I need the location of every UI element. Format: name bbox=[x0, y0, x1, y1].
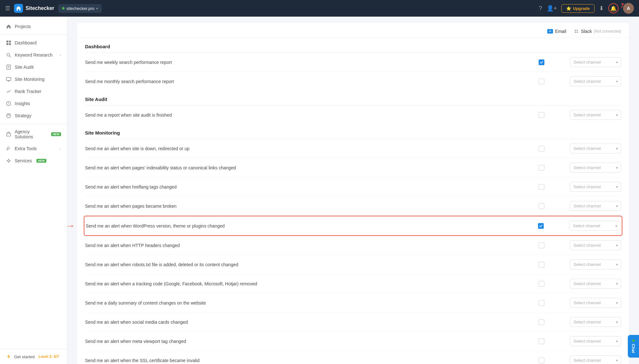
notif-row-monthly: Send me monthly search performance repor… bbox=[85, 72, 621, 91]
svg-rect-22 bbox=[575, 32, 576, 33]
highlighted-row-wrapper: → Send me an alert when WordPress versio… bbox=[85, 216, 621, 236]
upgrade-button[interactable]: ⭐ Upgrade bbox=[561, 4, 595, 13]
services-icon bbox=[6, 158, 12, 164]
notif-label: Send me weekly search performance report bbox=[85, 60, 539, 65]
slack-channel-select-ssl[interactable]: Select channel bbox=[570, 355, 621, 364]
sidebar-item-projects[interactable]: Projects bbox=[0, 20, 67, 33]
sidebar-item-agency-solutions[interactable]: Agency Solutions NEW bbox=[0, 126, 67, 143]
slack-select-http[interactable]: Select channel bbox=[570, 240, 621, 250]
notif-label: Send me an alert when robots.txt file is… bbox=[85, 262, 539, 267]
slack-select-site-audit[interactable]: Select channel bbox=[570, 110, 621, 120]
slack-select-weekly[interactable]: Select channel bbox=[570, 57, 621, 67]
email-checkbox-site-audit[interactable] bbox=[539, 112, 544, 118]
email-checkbox-monthly[interactable] bbox=[539, 79, 544, 84]
hamburger-icon[interactable]: ☰ bbox=[5, 5, 10, 12]
sidebar-item-rank-tracker[interactable]: Rank Tracker bbox=[0, 85, 67, 97]
slack-channel-select-broken[interactable]: Select channel bbox=[570, 201, 621, 211]
email-checkbox-meta-viewport[interactable] bbox=[539, 338, 544, 344]
sidebar-item-extra-tools[interactable]: Extra Tools › bbox=[0, 143, 67, 155]
email-checkbox-broken-pages[interactable] bbox=[539, 203, 544, 209]
svg-rect-1 bbox=[6, 41, 8, 43]
email-checkbox-wordpress[interactable] bbox=[538, 223, 544, 229]
sidebar-item-site-audit[interactable]: Site Audit bbox=[0, 61, 67, 73]
email-checkbox-daily[interactable] bbox=[539, 300, 544, 306]
email-checkbox-site-down[interactable] bbox=[539, 146, 544, 151]
email-checkbox-weekly[interactable] bbox=[539, 59, 544, 65]
sidebar-item-label: Extra Tools bbox=[15, 146, 37, 151]
svg-rect-18 bbox=[7, 133, 11, 136]
chevron-right-icon-tools: › bbox=[60, 147, 61, 151]
slack-select-wordpress[interactable]: Select channel bbox=[569, 221, 620, 231]
sidebar-nav: Projects Dashboard Keyword Research › bbox=[0, 17, 67, 349]
settings-panel: ✉ Email Slack (Not bbox=[77, 23, 629, 364]
slack-select-daily[interactable]: Select channel bbox=[570, 298, 621, 308]
main-content: ✉ Email Slack (Not bbox=[67, 17, 639, 364]
sidebar-item-site-monitoring[interactable]: Site Monitoring bbox=[0, 73, 67, 85]
help-icon[interactable]: ? bbox=[539, 5, 542, 12]
sidebar-item-keyword-research[interactable]: Keyword Research › bbox=[0, 49, 67, 61]
slack-channel-select-robots[interactable]: Select channel bbox=[570, 259, 621, 269]
chat-online-dot bbox=[632, 339, 635, 342]
slack-channel-select-site-audit[interactable]: Select channel bbox=[570, 110, 621, 120]
sidebar-item-strategy[interactable]: Strategy bbox=[0, 110, 67, 122]
slack-channel-select-wordpress[interactable]: Select channel bbox=[569, 221, 620, 231]
email-checkbox-http-headers[interactable] bbox=[539, 243, 544, 248]
slack-channel-select-hreflang[interactable]: Select channel bbox=[570, 182, 621, 192]
slack-select-social[interactable]: Select channel bbox=[570, 317, 621, 327]
monitor-icon bbox=[6, 76, 12, 82]
agency-icon bbox=[6, 131, 12, 137]
slack-channel-select-social[interactable]: Select channel bbox=[570, 317, 621, 327]
slack-select-meta[interactable]: Select channel bbox=[570, 336, 621, 346]
email-checkbox-robots[interactable] bbox=[539, 262, 544, 267]
level-badge: Level 2: 6/7 bbox=[38, 354, 59, 359]
notif-row-broken-pages: Send me an alert when pages became broke… bbox=[85, 197, 621, 216]
domain-selector[interactable]: sitechecker.pro ▾ bbox=[58, 4, 102, 13]
new-badge: NEW bbox=[51, 132, 61, 136]
slack-channel-select-meta[interactable]: Select channel bbox=[570, 336, 621, 346]
email-checkbox-social[interactable] bbox=[539, 319, 544, 325]
slack-channel-select-site-down[interactable]: Select channel bbox=[570, 143, 621, 153]
email-label: Email bbox=[555, 29, 566, 34]
chat-widget[interactable]: Chat bbox=[628, 335, 639, 358]
notif-label: Send me monthly search performance repor… bbox=[85, 79, 539, 84]
get-started-item[interactable]: Get started Level 2: 6/7 bbox=[6, 354, 61, 360]
email-checkbox-tracking[interactable] bbox=[539, 281, 544, 287]
bell-button[interactable]: 🔔 bbox=[608, 3, 619, 13]
slack-select-hreflang[interactable]: Select channel bbox=[570, 182, 621, 192]
slack-channel-select-indexability[interactable]: Select channel bbox=[570, 163, 621, 173]
slack-select-monthly[interactable]: Select channel bbox=[570, 76, 621, 86]
slack-select-robots[interactable]: Select channel bbox=[570, 259, 621, 269]
slack-select-indexability[interactable]: Select channel bbox=[570, 163, 621, 173]
slack-channel-select-http[interactable]: Select channel bbox=[570, 240, 621, 250]
slack-channel-select-weekly[interactable]: Select channel bbox=[570, 57, 621, 67]
notif-row-site-audit: Send me a report when site audit is fini… bbox=[85, 105, 621, 124]
slack-select-site-down[interactable]: Select channel bbox=[570, 143, 621, 153]
sidebar-item-label: Services bbox=[15, 158, 32, 163]
slack-channel-select-monthly[interactable]: Select channel bbox=[570, 76, 621, 86]
logo-text: Sitechecker bbox=[26, 5, 54, 11]
sidebar-item-dashboard[interactable]: Dashboard bbox=[0, 37, 67, 49]
slack-channel-select-daily[interactable]: Select channel bbox=[570, 298, 621, 308]
sidebar-item-insights[interactable]: Insights bbox=[0, 97, 67, 110]
search-icon bbox=[6, 52, 12, 58]
download-icon[interactable]: ⬇ bbox=[599, 5, 604, 12]
insights-icon bbox=[6, 101, 12, 106]
notif-label: Send me an alert when a tracking code (G… bbox=[85, 281, 539, 286]
sidebar-item-services[interactable]: Services NEW bbox=[0, 155, 67, 167]
slack-channel-select-tracking[interactable]: Select channel bbox=[570, 279, 621, 289]
email-checkbox-ssl[interactable] bbox=[539, 358, 544, 363]
slack-select-broken[interactable]: Select channel bbox=[570, 201, 621, 211]
email-checkbox-hreflang[interactable] bbox=[539, 184, 544, 190]
slack-select-tracking[interactable]: Select channel bbox=[570, 279, 621, 289]
sidebar-divider bbox=[0, 35, 67, 35]
logo-icon bbox=[14, 4, 23, 13]
email-checkbox-indexability[interactable] bbox=[539, 165, 544, 171]
logo: Sitechecker bbox=[14, 4, 54, 13]
svg-point-16 bbox=[8, 104, 9, 105]
sidebar-item-label: Keyword Research bbox=[15, 52, 52, 58]
slack-select-ssl[interactable]: Select channel bbox=[570, 355, 621, 364]
notification-bell: 🔔 ↗ bbox=[608, 3, 619, 13]
email-icon: ✉ bbox=[547, 29, 553, 34]
add-user-icon[interactable]: 👤+ bbox=[547, 5, 557, 12]
slack-status: (Not connected) bbox=[594, 29, 621, 34]
